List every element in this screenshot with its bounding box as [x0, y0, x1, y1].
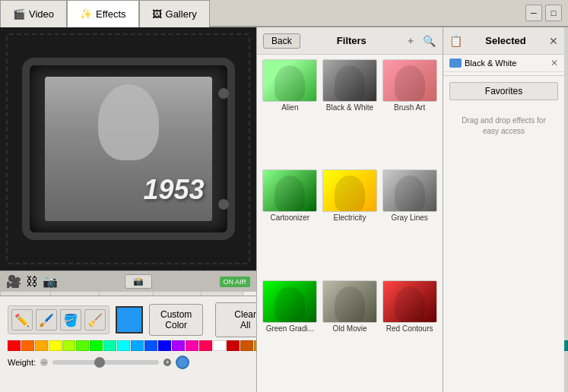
selected-header: 📋 Selected ✕: [443, 27, 564, 55]
custom-color-button[interactable]: Custom Color: [149, 304, 203, 336]
eraser-tool[interactable]: 🧹: [84, 309, 106, 330]
maximize-button[interactable]: □: [545, 5, 562, 21]
color-cell[interactable]: [103, 340, 116, 351]
filter-label-graylines: Gray Lines: [391, 213, 427, 222]
brush-tool[interactable]: 🖌️: [36, 309, 57, 330]
color-cell[interactable]: [186, 340, 198, 351]
search-filter-button[interactable]: 🔍: [421, 33, 436, 49]
filter-item-electricity[interactable]: Electricity: [322, 169, 379, 277]
active-color-swatch[interactable]: [116, 306, 143, 334]
selected-item-remove-button[interactable]: ✕: [551, 58, 558, 68]
tool-group: ✏️ 🖌️ 🪣 🧹: [8, 305, 109, 334]
tab-video[interactable]: 🎬 Video: [0, 0, 67, 27]
add-filter-button[interactable]: ＋: [403, 33, 418, 49]
filter-thumb-electricity: [322, 169, 377, 212]
color-cell[interactable]: [76, 340, 89, 351]
color-cell[interactable]: [172, 340, 185, 351]
filter-label-oldmovie: Old Movie: [332, 324, 367, 333]
effects-tab-icon: ✨: [80, 8, 92, 20]
video-link-icon[interactable]: ⛓: [26, 275, 38, 289]
video-frame: 1953: [0, 27, 256, 270]
filter-label-cartoonizer: Cartoonizer: [270, 213, 309, 222]
minimize-button[interactable]: ─: [525, 5, 542, 21]
weight-slider-thumb[interactable]: [94, 357, 105, 368]
filter-thumb-graylines: [382, 169, 437, 212]
color-row-0: [8, 340, 226, 351]
weight-decrease-button[interactable]: −: [40, 359, 48, 366]
top-tab-bar: 🎬 Video ✨ Effects 🖼 Gallery ─ □: [0, 0, 568, 27]
selected-panel: 📋 Selected ✕ Black & White ✕ Favorites D…: [443, 27, 564, 392]
on-air-badge: ON AIR: [220, 277, 251, 287]
filter-item-graylines[interactable]: Gray Lines: [381, 169, 438, 277]
filter-thumb-alien: [262, 59, 317, 102]
color-cell[interactable]: [227, 340, 240, 351]
filter-label-brushart: Brush Art: [394, 103, 425, 112]
tab-effects-label: Effects: [96, 8, 126, 20]
selected-item-visibility-toggle[interactable]: [449, 58, 462, 68]
filter-thumb-redcontours: [382, 280, 437, 323]
weight-row: Weight: − +: [8, 356, 249, 369]
color-cell[interactable]: [62, 340, 75, 351]
filter-thumb-cartoonizer: [262, 169, 317, 212]
filter-item-cartoonizer[interactable]: Cartoonizer: [262, 169, 319, 277]
filter-thumb-oldmovie: [322, 280, 377, 323]
filter-item-greengrad[interactable]: Green Gradi...: [262, 280, 319, 387]
favorites-section: Favorites Drag and drop effects for easy…: [443, 75, 564, 143]
tools-row: ✏️ 🖌️ 🪣 🧹 Custom Color Clear All: [8, 302, 249, 337]
filters-grid: AlienBlack & WhiteBrush ArtCartoonizerEl…: [257, 55, 443, 392]
filter-item-bw[interactable]: Black & White: [322, 59, 379, 166]
snapshot-button[interactable]: 📸: [125, 274, 152, 289]
filter-thumb-bw: [322, 59, 377, 102]
color-cell[interactable]: [144, 340, 157, 351]
filters-header: Back Filters ＋ 🔍: [257, 27, 443, 55]
filter-label-bw: Black & White: [326, 103, 373, 112]
color-cell[interactable]: [199, 340, 212, 351]
color-cell[interactable]: [21, 340, 34, 351]
color-cell[interactable]: [49, 340, 62, 351]
color-cell[interactable]: [213, 340, 226, 351]
video-record-icon[interactable]: 🎥: [6, 274, 21, 289]
pencil-tool[interactable]: ✏️: [11, 309, 33, 330]
color-cell[interactable]: [158, 340, 171, 351]
filters-action-icons: ＋ 🔍: [403, 33, 436, 49]
weight-increase-button[interactable]: +: [163, 359, 171, 366]
tab-effects[interactable]: ✨ Effects: [67, 0, 139, 27]
tab-gallery-label: Gallery: [166, 8, 197, 20]
weight-preview-circle: [176, 356, 189, 369]
left-panel: 1953 🎥 ⛓ 📷: [0, 27, 256, 392]
filter-thumb-greengrad: [262, 280, 317, 323]
tab-gallery[interactable]: 🖼 Gallery: [139, 0, 210, 27]
tv-border-deco: [6, 33, 250, 264]
gallery-tab-icon: 🖼: [152, 8, 162, 20]
tab-spacer: [210, 0, 519, 27]
filter-label-electricity: Electricity: [334, 213, 367, 222]
filter-label-greengrad: Green Gradi...: [266, 324, 314, 333]
fill-tool[interactable]: 🪣: [60, 309, 81, 330]
video-tab-icon: 🎬: [13, 8, 25, 20]
filter-label-alien: Alien: [281, 103, 298, 112]
weight-slider[interactable]: [52, 360, 159, 365]
weight-label: Weight:: [8, 358, 36, 367]
color-cell[interactable]: [8, 340, 21, 351]
selected-item: Black & White ✕: [443, 55, 564, 72]
color-cell[interactable]: [90, 340, 103, 351]
color-cell[interactable]: [131, 340, 144, 351]
back-button[interactable]: Back: [263, 33, 300, 49]
selected-item-label: Black & White: [465, 58, 547, 68]
filter-thumb-brushart: [382, 59, 437, 102]
filter-item-alien[interactable]: Alien: [262, 59, 319, 166]
video-camera-icon[interactable]: 📷: [43, 274, 58, 289]
color-cell[interactable]: [35, 340, 48, 351]
color-palette: [8, 340, 249, 351]
color-cell[interactable]: [240, 340, 253, 351]
filter-item-redcontours[interactable]: Red Contours: [381, 280, 438, 387]
tab-video-label: Video: [29, 8, 54, 20]
filter-item-oldmovie[interactable]: Old Movie: [322, 280, 379, 387]
selected-close-button[interactable]: ✕: [549, 35, 558, 47]
filters-panel: Back Filters ＋ 🔍 AlienBlack & WhiteBrush…: [256, 27, 443, 392]
favorites-button[interactable]: Favorites: [449, 82, 558, 100]
color-cell[interactable]: [117, 340, 130, 351]
draw-panel: ✏️ 🖌️ 🪣 🧹 Custom Color Clear All: [0, 296, 256, 392]
filter-item-brushart[interactable]: Brush Art: [381, 59, 438, 166]
selected-panel-title: Selected: [485, 35, 525, 46]
